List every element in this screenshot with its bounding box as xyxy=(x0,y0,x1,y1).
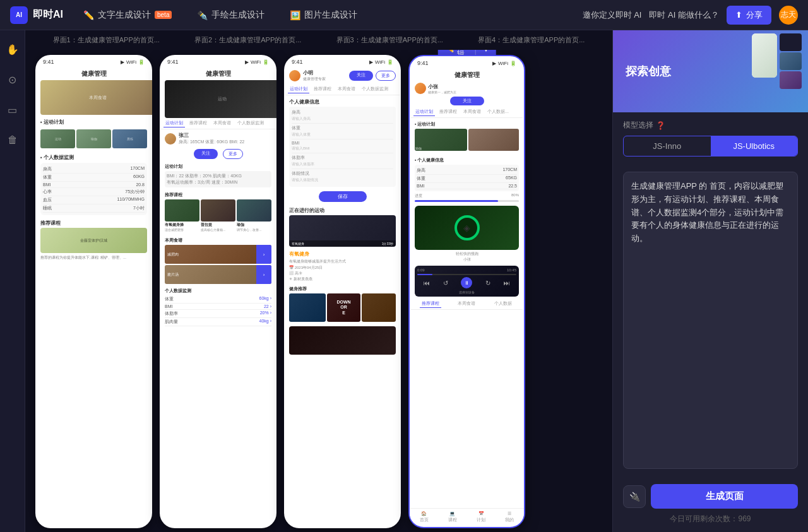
hand-tool[interactable]: ✋ xyxy=(4,40,21,58)
zoom-tool[interactable]: ⊙ xyxy=(4,71,21,88)
nav-sketch-icon: ✒️ xyxy=(197,10,208,20)
user-avatar[interactable]: 志天 xyxy=(779,6,798,25)
share-icon: ⬆ xyxy=(735,10,742,20)
nav-text-icon: ✏️ xyxy=(83,10,94,20)
app-header: AI 即时AI ✏️ 文字生成设计 beta ✒️ 手绘生成设计 🖼️ 图片生成… xyxy=(0,0,808,30)
model-help-icon[interactable]: ❓ xyxy=(656,121,665,130)
tools-sidebar: ✋ ⊙ ▭ 🗑 xyxy=(0,30,25,532)
logo-text: 即时AI xyxy=(33,8,63,21)
nav-image-label: 图片生成设计 xyxy=(304,9,357,21)
avatar-text: 志天 xyxy=(781,9,796,20)
nav-text-design[interactable]: ✏️ 文字生成设计 beta xyxy=(78,7,177,23)
nav-image-design[interactable]: 🖼️ 图片生成设计 xyxy=(285,7,362,23)
nav-sketch-label: 手绘生成设计 xyxy=(211,9,264,21)
generate-button[interactable]: 生成页面 xyxy=(651,484,798,509)
frame-label-4: 界面4：生成健康管理APP的首页... xyxy=(461,35,603,45)
mini-phone-4 xyxy=(780,71,802,89)
mini-phone-1 xyxy=(752,33,777,78)
model-buttons: JS-Inno JS-Ulbotics xyxy=(623,136,798,157)
header-right: 邀你定义即时 AI 即时 AI 能做什么？ ⬆ 分享 志天 xyxy=(583,6,798,25)
logo[interactable]: AI 即时AI xyxy=(10,6,63,24)
preview-phones xyxy=(752,33,802,89)
preview-card: 探索创意 xyxy=(613,30,808,112)
model-js-inno[interactable]: JS-Inno xyxy=(624,136,711,156)
nav-text-label: 文字生成设计 xyxy=(98,9,151,21)
frame-label-3: 界面3：生成健康管理APP的首页... xyxy=(319,35,461,45)
nav-image-icon: 🖼️ xyxy=(290,10,300,20)
prompt-area: 生成健康管理APP 的 首页，内容以减肥塑形为主，有运动计划、推荐课程、本周食谱… xyxy=(613,164,808,476)
delete-tool[interactable]: 🗑 xyxy=(4,131,21,149)
beta-badge: beta xyxy=(155,11,172,19)
model-js-ulbotics[interactable]: JS-Ulbotics xyxy=(711,136,798,156)
phone-frame-4[interactable]: 9:41 ▶WiFi🔋 健康管理 小张 健康第一，减肥为王 xyxy=(408,55,525,528)
nav-sketch-design[interactable]: ✒️ 手绘生成设计 xyxy=(192,7,270,23)
edit-pencil-icon: ✏️ xyxy=(445,50,454,53)
frame-label-1: 界面1：生成健康管理APP的首页... xyxy=(35,35,177,45)
model-label: 模型选择 ❓ xyxy=(623,120,798,131)
plugin-button[interactable]: 🔌 xyxy=(623,485,646,508)
phone-frame-1[interactable]: 9:41 ▶WiFi🔋 健康管理 本周食谱 ▪ 运动计划 运动 xyxy=(35,55,152,528)
mini-phone-3 xyxy=(780,52,802,70)
canvas-labels: 界面1：生成健康管理APP的首页... 界面2：生成健康管理APP的首页... … xyxy=(25,30,612,50)
invite-button[interactable]: 邀你定义即时 AI xyxy=(583,9,642,21)
right-panel: 探索创意 模型选择 ❓ JS-Inno JS-Ulbotics xyxy=(612,30,808,532)
share-label: 分享 xyxy=(746,9,763,21)
plugin-icon: 🔌 xyxy=(629,492,640,502)
frame-4-wrapper: ✏️ 编辑 ▼ 9:41 ▶WiFi🔋 健康管理 xyxy=(408,55,525,528)
prompt-text-box[interactable]: 生成健康管理APP 的 首页，内容以减肥塑形为主，有运动计划、推荐课程、本周食谱… xyxy=(623,172,798,469)
share-button[interactable]: ⬆ 分享 xyxy=(727,6,771,25)
canvas-area[interactable]: 界面1：生成健康管理APP的首页... 界面2：生成健康管理APP的首页... … xyxy=(25,30,612,532)
canvas-frames: 9:41 ▶WiFi🔋 健康管理 本周食谱 ▪ 运动计划 运动 xyxy=(25,50,612,532)
generate-row: 🔌 生成页面 xyxy=(623,484,798,509)
bottom-bar: 🔌 生成页面 今日可用剩余次数：969 xyxy=(613,476,808,532)
phone-frame-2[interactable]: 9:41 ▶WiFi🔋 健康管理 运动 运动计划 推荐课程 本周食谱 个人数据监… xyxy=(160,55,276,528)
preview-text: 探索创意 xyxy=(626,64,671,79)
logo-icon: AI xyxy=(10,6,28,24)
model-select-section: 模型选择 ❓ JS-Inno JS-Ulbotics xyxy=(613,112,808,164)
frame-label-2: 界面2：生成健康管理APP的首页... xyxy=(177,35,319,45)
whatcan-button[interactable]: 即时 AI 能做什么？ xyxy=(649,9,719,21)
main-area: ✋ ⊙ ▭ 🗑 界面1：生成健康管理APP的首页... 界面2：生成健康管理AP… xyxy=(0,30,808,532)
phone-frame-3[interactable]: 9:41 ▶WiFi🔋 小明 健康管理专家 关注 更多 xyxy=(284,55,401,528)
frame-tool[interactable]: ▭ xyxy=(4,101,21,119)
usage-text: 今日可用剩余次数：969 xyxy=(623,514,798,524)
model-label-text: 模型选择 xyxy=(623,120,653,131)
mini-phone-2 xyxy=(780,33,802,51)
